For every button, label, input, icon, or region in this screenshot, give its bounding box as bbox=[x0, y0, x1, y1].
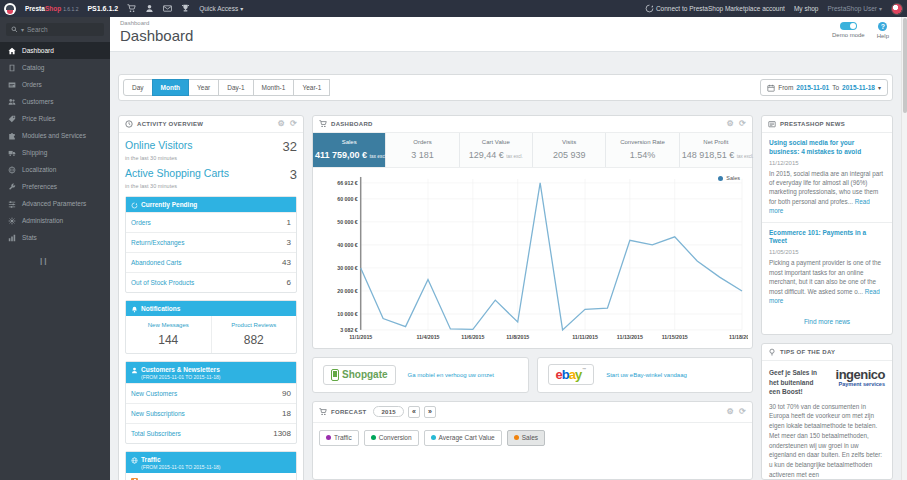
kpi-strip: Sales411 759,00 € tax excl. Orders3 181 … bbox=[313, 133, 752, 168]
gear-icon[interactable]: ⚙ bbox=[727, 120, 734, 128]
refresh-icon[interactable]: ⟳ bbox=[739, 408, 746, 416]
scrollbar-thumb[interactable] bbox=[903, 18, 907, 113]
search-input[interactable] bbox=[27, 26, 85, 33]
user-avatar[interactable] bbox=[891, 3, 903, 15]
tab-conversion[interactable]: Conversion bbox=[364, 430, 419, 446]
kpi-sales[interactable]: Sales411 759,00 € tax excl. bbox=[313, 133, 385, 167]
sidebar-item-preferences[interactable]: Preferences bbox=[0, 178, 110, 195]
ingenico-logo[interactable]: ingenico Payment services bbox=[822, 368, 885, 387]
previous-year-button[interactable]: « bbox=[408, 406, 420, 418]
page-scrollbar[interactable] bbox=[901, 17, 907, 480]
article-title[interactable]: Ecommerce 101: Payments in a Tweet bbox=[769, 229, 885, 247]
article-title[interactable]: Using social media for your business: 4 … bbox=[769, 139, 885, 157]
user-icon bbox=[131, 367, 138, 374]
svg-text:20 000 €: 20 000 € bbox=[337, 288, 358, 294]
pending-row-orders[interactable]: Orders1 bbox=[126, 212, 296, 232]
forecast-year: 2015 bbox=[373, 406, 404, 417]
new-messages-cell[interactable]: New Messages144 bbox=[126, 316, 211, 353]
google-analytics-link[interactable]: Link to your Google Analytics account bbox=[126, 473, 296, 480]
collapse-menu-button[interactable]: || bbox=[40, 256, 110, 265]
sidebar-item-price-rules[interactable]: Price Rules bbox=[0, 110, 110, 127]
product-reviews-cell[interactable]: Product Reviews882 bbox=[211, 316, 297, 353]
filter-year-1-button[interactable]: Year-1 bbox=[293, 79, 330, 96]
sidebar-item-shipping[interactable]: Shipping bbox=[0, 144, 110, 161]
demo-mode-label: Demo mode bbox=[832, 32, 865, 38]
next-year-button[interactable]: » bbox=[424, 406, 436, 418]
refresh-icon[interactable]: ⟳ bbox=[290, 120, 297, 128]
new-customers-row[interactable]: New Customers90 bbox=[126, 383, 296, 403]
sidebar-item-administration[interactable]: Administration bbox=[0, 212, 110, 229]
date-range-button[interactable]: From 2015-11-01 To 2015-11-18 ▾ bbox=[760, 79, 888, 96]
sidebar-item-localization[interactable]: Localization bbox=[0, 161, 110, 178]
svg-text:30 000 €: 30 000 € bbox=[337, 265, 358, 271]
page-title: Dashboard bbox=[120, 27, 891, 44]
toggle-on-icon[interactable] bbox=[840, 22, 857, 30]
active-carts-label[interactable]: Active Shopping Carts bbox=[125, 167, 229, 179]
trophy-icon[interactable] bbox=[181, 4, 190, 13]
tab-sales[interactable]: Sales bbox=[507, 430, 545, 446]
panel-title: FORECAST bbox=[331, 409, 366, 415]
sidebar-item-orders[interactable]: Orders bbox=[0, 76, 110, 93]
sidebar-item-stats[interactable]: Stats bbox=[0, 229, 110, 246]
users-icon bbox=[8, 98, 16, 106]
kpi-net-profit[interactable]: Net Profit148 918,51 € tax excl. bbox=[679, 133, 752, 167]
refresh-icon[interactable]: ⟳ bbox=[739, 120, 746, 128]
sales-line-chart: 11/1/201511/4/201511/6/201511/8/201511/1… bbox=[315, 171, 748, 348]
notifications-section: Notifications New Messages144 Product Re… bbox=[125, 300, 297, 354]
svg-text:66 912 €: 66 912 € bbox=[337, 180, 358, 186]
panel-title: PRESTASHOP NEWS bbox=[780, 121, 845, 127]
sidebar-item-advanced-parameters[interactable]: Advanced Parameters bbox=[0, 195, 110, 212]
mail-icon[interactable] bbox=[163, 4, 172, 13]
cart-icon bbox=[319, 120, 327, 128]
tab-traffic[interactable]: Traffic bbox=[319, 430, 359, 446]
online-visitors-label[interactable]: Online Visitors bbox=[125, 139, 193, 151]
kpi-conversion-rate[interactable]: Conversion Rate1.54% bbox=[605, 133, 678, 167]
brand-presta: Presta bbox=[25, 5, 45, 12]
sidebar-item-dashboard[interactable]: Dashboard bbox=[0, 42, 110, 59]
pending-row-out-of-stock[interactable]: Out of Stock Products6 bbox=[126, 272, 296, 292]
pending-row-returns[interactable]: Return/Exchanges3 bbox=[126, 232, 296, 252]
shop-name[interactable]: PS1.6.1.2 bbox=[87, 5, 118, 12]
shopgate-ad-link[interactable]: Ga mobiel en verhoog uw omzet bbox=[408, 372, 494, 378]
sidebar-item-label: Stats bbox=[22, 234, 37, 241]
panel-title: DASHBOARD bbox=[331, 121, 373, 127]
ebay-logo[interactable]: ebay™ bbox=[548, 364, 595, 385]
ebay-ad-link[interactable]: Start uw eBay-winkel vandaag bbox=[606, 372, 687, 378]
date-to-label: To bbox=[832, 84, 839, 91]
find-more-news-link[interactable]: Find more news bbox=[762, 311, 892, 334]
article-date: 11/05/2015 bbox=[769, 249, 885, 255]
gear-icon[interactable]: ⚙ bbox=[278, 120, 285, 128]
filter-day-1-button[interactable]: Day-1 bbox=[218, 79, 253, 96]
total-subscribers-row[interactable]: Total Subscribers1308 bbox=[126, 423, 296, 443]
customers-newsletters-section: Customers & Newsletters(FROM 2015-11-01 … bbox=[125, 361, 297, 444]
cart-icon[interactable] bbox=[127, 4, 136, 13]
filter-month-button[interactable]: Month bbox=[152, 79, 190, 96]
help-icon[interactable]: ? bbox=[878, 22, 887, 31]
traffic-section: Traffic(FROM 2015-11-01 TO 2015-11-18) L… bbox=[125, 451, 297, 480]
tab-average-cart-value[interactable]: Average Cart Value bbox=[424, 430, 502, 446]
new-subscriptions-row[interactable]: New Subscriptions18 bbox=[126, 403, 296, 423]
customer-icon[interactable] bbox=[145, 4, 154, 13]
pending-row-abandoned-carts[interactable]: Abandoned Carts43 bbox=[126, 252, 296, 272]
kpi-cart-value[interactable]: Cart Value129,44 € tax excl. bbox=[459, 133, 532, 167]
my-shop-link[interactable]: My shop bbox=[794, 5, 819, 12]
sidebar-search[interactable]: ▾ bbox=[6, 23, 104, 36]
kpi-visits[interactable]: Visits205 939 bbox=[532, 133, 605, 167]
user-menu[interactable]: PrestaShop User▾ bbox=[827, 5, 882, 12]
sidebar-item-modules[interactable]: Modules and Services bbox=[0, 127, 110, 144]
filter-year-button[interactable]: Year bbox=[188, 79, 219, 96]
kpi-orders[interactable]: Orders3 181 bbox=[385, 133, 458, 167]
home-icon bbox=[8, 47, 16, 55]
filter-month-1-button[interactable]: Month-1 bbox=[253, 79, 295, 96]
section-subtitle: (FROM 2015-11-01 TO 2015-11-18) bbox=[141, 464, 220, 470]
prestashop-logo[interactable] bbox=[4, 3, 16, 15]
shopgate-logo[interactable]: Shopgate bbox=[323, 365, 396, 385]
sidebar-item-catalog[interactable]: Catalog bbox=[0, 59, 110, 76]
sidebar-item-customers[interactable]: Customers bbox=[0, 93, 110, 110]
quick-access-menu[interactable]: Quick Access▾ bbox=[199, 5, 243, 12]
gear-icon[interactable]: ⚙ bbox=[727, 408, 734, 416]
help-button[interactable]: ? Help bbox=[877, 22, 889, 39]
marketplace-link[interactable]: Connect to PrestaShop Marketplace accoun… bbox=[645, 4, 785, 13]
filter-day-button[interactable]: Day bbox=[123, 79, 153, 96]
demo-mode-toggle[interactable]: Demo mode bbox=[832, 22, 865, 39]
